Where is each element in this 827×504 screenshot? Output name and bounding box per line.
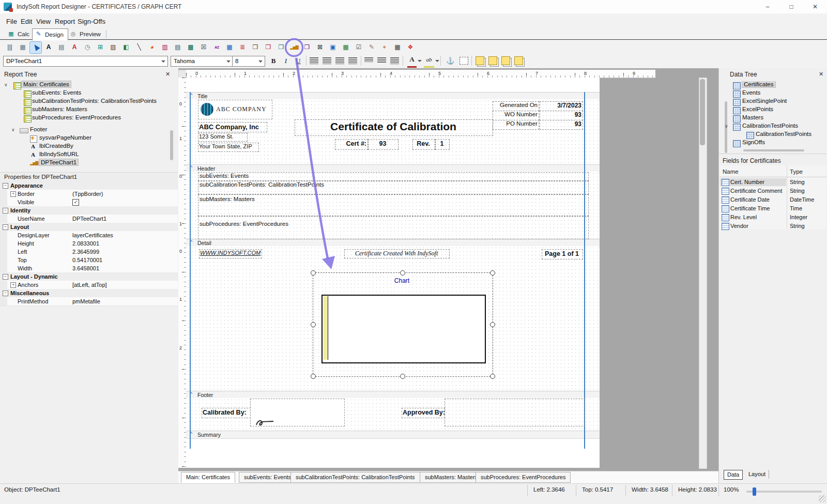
anchor-button[interactable]: ⚓ (445, 55, 456, 66)
font-family-combo[interactable]: Tahoma (171, 56, 233, 67)
send-to-back-icon[interactable] (488, 56, 497, 65)
expander-icon[interactable]: ∨ (4, 82, 8, 87)
subreport-masters[interactable]: subMasters: Masters (198, 194, 589, 216)
select-arrow-icon[interactable] (30, 42, 41, 53)
tree-item-subprocedures[interactable]: subProcedures: EventProcedures (0, 114, 171, 123)
subreport-procedures[interactable]: subProcedures: EventProcedures (198, 216, 589, 239)
align-right-icon[interactable] (335, 57, 344, 64)
rev-label[interactable]: Rev. (412, 139, 435, 150)
generated-on-label[interactable]: Generated On (493, 101, 539, 111)
tab-calc[interactable]: ▦ Calc (5, 29, 34, 39)
tree-item-subevents[interactable]: subEvents: Events (0, 89, 171, 98)
data-tree-item-signoffs[interactable]: SignOffs (718, 139, 826, 147)
cert-number-value[interactable]: 93 (368, 139, 399, 150)
wo-number-value[interactable]: 93 (540, 111, 583, 120)
highlight-dropdown[interactable] (435, 60, 439, 64)
field-name[interactable]: Rev. Level (730, 214, 757, 220)
property-value[interactable]: DPTeeChart1 (72, 216, 106, 222)
page-tab-subprocedures[interactable]: subProcedures: EventProcedures (476, 472, 571, 483)
data-tree-item-excelpoints[interactable]: ExcelPoints (718, 106, 826, 114)
tree-item-main-certificates[interactable]: ∨ Main: Certificates (0, 81, 171, 89)
property-row-anchors[interactable]: + Anchors [atLeft, atTop] (0, 281, 178, 289)
valign-top-icon[interactable] (364, 57, 373, 62)
expander-icon[interactable]: ∨ (725, 124, 728, 129)
cert-number-label[interactable]: Cert #: (335, 139, 368, 150)
resize-handle[interactable] (400, 270, 405, 276)
bold-button[interactable]: B (268, 55, 279, 66)
generated-on-value[interactable]: 3/7/2023 (540, 101, 583, 111)
data-tree-hscrollbar[interactable] (743, 149, 804, 151)
subreport-events[interactable]: subEvents: Events (198, 172, 589, 181)
company-label[interactable]: ABC Company, Inc (198, 122, 267, 132)
tab-design[interactable]: ✎ Design (32, 28, 68, 40)
property-row-border[interactable]: + Border (TppBorder) (0, 190, 178, 198)
close-button[interactable]: ✕ (803, 0, 827, 13)
dbcalc-icon[interactable]: AZ (211, 42, 222, 53)
dbrichtext-icon[interactable]: ≣ (237, 42, 248, 53)
resize-handle[interactable] (311, 270, 316, 276)
object-selector-combo[interactable]: DPTeeChart1 (3, 56, 168, 67)
chartregion-icon[interactable]: ❒ (301, 42, 313, 53)
property-group-identity[interactable]: − Identity (0, 206, 178, 215)
resize-grip[interactable] (819, 495, 826, 502)
data-tree-close-icon[interactable]: ✕ (819, 71, 823, 78)
menu-edit[interactable]: Edit (20, 17, 33, 26)
zoom-slider-thumb[interactable] (753, 487, 756, 496)
fields-type-column[interactable]: Type (790, 169, 803, 175)
property-row-top[interactable]: Top 0.54170001 (0, 256, 178, 265)
dbmemo-icon[interactable]: ▤ (172, 42, 183, 53)
property-row-printmethod[interactable]: PrintMethod pmMetafile (0, 297, 178, 306)
po-number-label[interactable]: PO Number (493, 120, 539, 130)
shape-icon[interactable]: ◧ (120, 42, 132, 53)
property-value[interactable]: 2.0833001 (72, 240, 99, 247)
logo-object[interactable]: ABC COMPANY (198, 100, 272, 119)
design-scrollbar-thumb[interactable] (700, 79, 705, 145)
align-center-icon[interactable] (323, 57, 331, 64)
resize-handle[interactable] (311, 374, 316, 379)
shapegrid-icon[interactable]: ▦ (17, 42, 28, 53)
region-icon[interactable]: ❒ (250, 42, 261, 53)
highlight-color-button[interactable]: ab (424, 55, 434, 68)
subreport-icon[interactable]: ❒ (263, 42, 274, 53)
rev-value[interactable]: 1 (435, 139, 450, 150)
align-justify-icon[interactable] (348, 57, 357, 64)
property-value[interactable]: layerCertificates (72, 232, 113, 238)
property-row-username[interactable]: UserName DPTeeChart1 (0, 215, 178, 223)
matrix-icon[interactable]: ▦ (392, 42, 403, 53)
groupband-icon[interactable]: ▣ (327, 42, 339, 53)
dbchart-icon[interactable]: ▂▅▇ (288, 42, 300, 53)
memo-icon[interactable]: ▤ (56, 42, 67, 53)
report-tree-close-icon[interactable]: ✕ (165, 71, 170, 78)
property-row-left[interactable]: Left 2.3645999 (0, 248, 178, 256)
italic-button[interactable]: I (280, 55, 292, 66)
data-tree-item-excelsinglepoint[interactable]: ExcelSinglePoint (718, 98, 826, 106)
calibrated-signature-box[interactable] (250, 399, 345, 426)
collapse-icon[interactable]: − (3, 291, 8, 296)
property-group-appearance[interactable]: − Appearance (0, 181, 178, 190)
property-group-miscellaneous[interactable]: − Miscellaneous (0, 289, 178, 298)
field-name[interactable]: Cert. Number (730, 179, 764, 185)
checkgrid-icon[interactable]: ☑ (353, 42, 364, 53)
field-name[interactable]: Certificate Date (730, 196, 770, 203)
draw-icon[interactable]: ✎ (366, 42, 377, 53)
visible-checkbox[interactable]: ✓ (72, 199, 79, 206)
property-group-layout[interactable]: − Layout (0, 223, 178, 232)
page-tab-subcalibration[interactable]: subCalibrationTestPoints: CalibrationTes… (290, 472, 420, 483)
teechart-icon[interactable]: ◕ (146, 42, 158, 53)
fields-name-column[interactable]: Name (723, 169, 739, 175)
font-color-button[interactable]: A (407, 55, 417, 68)
dbtext-icon[interactable]: ▥ (159, 42, 171, 53)
property-row-height[interactable]: Height 2.0833001 (0, 239, 178, 248)
data-tree-item-masters[interactable]: Masters (718, 114, 826, 123)
resize-handle[interactable] (490, 374, 495, 379)
field-name[interactable]: Certificate Time (730, 205, 770, 211)
move-forward-icon[interactable] (501, 56, 510, 65)
property-value[interactable]: pmMetafile (72, 298, 100, 304)
data-tree-item-calibrationtestpoints-child[interactable]: CalibrationTestPoints (718, 131, 826, 139)
maximize-button[interactable]: □ (779, 0, 803, 13)
data-tree-item-events[interactable]: Events (718, 89, 826, 98)
page-tab-submasters[interactable]: subMasters: Masters (420, 472, 483, 483)
property-value[interactable]: [atLeft, atTop] (72, 282, 107, 288)
property-row-width[interactable]: Width 3.6458001 (0, 264, 178, 273)
created-with-label[interactable]: Certificate Created With IndySoft (344, 249, 450, 258)
